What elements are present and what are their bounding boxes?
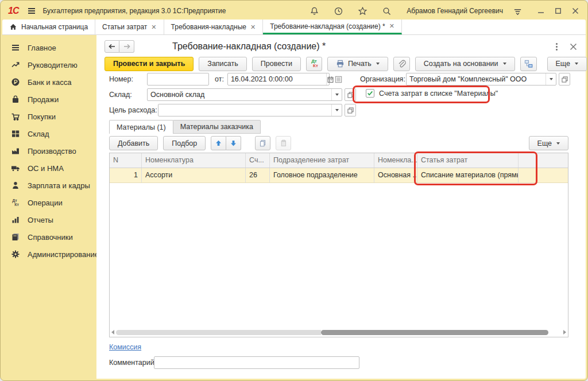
sidebar-item-administration[interactable]: Администрирование	[2, 246, 96, 263]
purpose-input[interactable]	[158, 104, 331, 116]
col-account: Сч...	[246, 153, 270, 168]
search-icon[interactable]	[381, 6, 392, 16]
print-button[interactable]: Печать	[327, 57, 388, 71]
post-and-close-button[interactable]: Провести и закрыть	[105, 57, 194, 71]
sidebar-item-bank-cash[interactable]: Банк и касса	[2, 73, 96, 91]
document-structure-icon	[524, 60, 533, 68]
tab-requisition-new[interactable]: Требование-накладная (создание) * ✕	[263, 20, 402, 34]
close-window-button[interactable]	[571, 6, 580, 15]
chevron-down-icon[interactable]	[331, 89, 342, 100]
book-icon	[10, 232, 21, 242]
favorites-star-icon[interactable]	[357, 6, 368, 16]
sidebar-item-sales[interactable]: Продажи	[2, 91, 96, 108]
menu-lines-icon	[10, 42, 21, 53]
scroll-right-icon[interactable]	[563, 330, 566, 335]
tab-requisitions-list[interactable]: Требования-накладные ✕	[164, 20, 264, 34]
sidebar-item-manager[interactable]: Руководителю	[2, 56, 96, 73]
tab-cost-items[interactable]: Статьи затрат ✕	[95, 20, 164, 34]
sidebar-item-salary-hr[interactable]: Зарплата и кадры	[2, 177, 96, 194]
forward-button[interactable]	[119, 40, 134, 53]
horizontal-scrollbar[interactable]	[111, 329, 566, 336]
document-numbering-icon[interactable]	[334, 75, 343, 84]
open-warehouse-icon[interactable]	[345, 88, 356, 101]
number-label: Номер:	[109, 75, 147, 83]
cell-nomen-group[interactable]: Основная ...	[374, 168, 417, 182]
open-purpose-icon[interactable]	[345, 104, 356, 116]
service-settings-icon[interactable]	[512, 6, 523, 16]
cell-n[interactable]: 1	[110, 168, 142, 182]
number-input[interactable]	[147, 73, 209, 85]
open-organization-icon[interactable]	[559, 73, 570, 85]
cell-cost-item[interactable]: Списание материалов (прямые в НУ)	[417, 168, 519, 182]
post-button[interactable]: Провести	[252, 57, 301, 71]
cell-account[interactable]: 26	[246, 168, 270, 182]
comment-label: Комментарий:	[109, 359, 154, 367]
add-row-button[interactable]: Добавить	[109, 136, 158, 150]
commission-link[interactable]: Комиссия	[109, 343, 141, 351]
comment-input[interactable]	[154, 356, 359, 369]
factory-icon	[10, 146, 21, 156]
table-more-button[interactable]: Еще	[529, 136, 568, 150]
cell-nomenclature[interactable]: Ассорти	[142, 168, 246, 182]
pick-button[interactable]: Подбор	[163, 136, 206, 150]
close-form-icon[interactable]	[570, 44, 577, 50]
sidebar-item-purchases[interactable]: Покупки	[2, 108, 96, 125]
cell-department[interactable]: Головное подразделение	[270, 168, 374, 182]
tab-close-icon[interactable]: ✕	[250, 24, 256, 30]
minimize-button[interactable]	[536, 6, 546, 15]
notifications-bell-icon[interactable]	[309, 6, 319, 16]
dtkt-postings-button[interactable]: ДтКт	[306, 57, 322, 71]
trend-icon	[10, 60, 21, 70]
date-input[interactable]	[228, 73, 326, 85]
table-row[interactable]: 1 Ассорти 26 Головное подразделение Осно…	[110, 168, 568, 183]
tab-label: Начальная страница	[21, 23, 88, 31]
cost-accounts-checkbox[interactable]: Счета затрат в списке "Материалы"	[366, 89, 498, 98]
ruble-circle-icon	[10, 77, 21, 87]
warehouse-input[interactable]	[148, 89, 331, 100]
scrollbar-thumb[interactable]	[321, 330, 548, 335]
create-based-on-button[interactable]: Создать на основании	[415, 57, 515, 71]
sidebar-item-production[interactable]: Производство	[2, 142, 96, 160]
save-button[interactable]: Записать	[199, 57, 246, 71]
tab-label: Требования-накладные	[171, 23, 246, 31]
sidebar-item-warehouse[interactable]: Склад	[2, 125, 96, 142]
warehouse-icon	[10, 129, 21, 139]
title-bar: 1С Бухгалтерия предприятия, редакция 3.0…	[2, 2, 586, 20]
tab-customer-materials[interactable]: Материалы заказчика	[173, 120, 261, 134]
tab-home[interactable]: Начальная страница	[2, 20, 95, 34]
sidebar-item-fixed-assets[interactable]: ОС и НМА	[2, 160, 96, 177]
sidebar-item-reports[interactable]: Отчеты	[2, 211, 96, 228]
main-menu-icon[interactable]	[26, 6, 37, 16]
cost-accounts-checkbox-label[interactable]: Счета затрат в списке "Материалы"	[379, 90, 498, 98]
purpose-label: Цель расхода:	[109, 106, 158, 114]
move-row-down-button[interactable]	[226, 136, 241, 150]
sidebar-item-directories[interactable]: Справочники	[2, 228, 96, 246]
more-menu-dots-icon[interactable]	[556, 43, 558, 50]
scroll-left-icon[interactable]	[111, 330, 114, 335]
grid-header: N Номенклатура Сч... Подразделение затра…	[110, 153, 568, 168]
sidebar-item-operations[interactable]: ДтКт Операции	[2, 194, 96, 211]
history-icon[interactable]	[333, 6, 343, 16]
truck-icon	[10, 163, 21, 173]
maximize-button[interactable]	[554, 6, 563, 15]
tab-close-icon[interactable]: ✕	[151, 24, 156, 30]
related-documents-button[interactable]	[520, 57, 537, 71]
bag-icon	[10, 94, 21, 104]
paperclip-icon	[397, 60, 406, 68]
chevron-down-icon[interactable]	[546, 73, 556, 85]
paste-rows-button[interactable]	[276, 136, 291, 150]
attachments-button[interactable]	[393, 57, 410, 71]
move-row-up-button[interactable]	[211, 136, 226, 150]
tab-close-icon[interactable]: ✕	[389, 23, 394, 29]
sidebar-item-main[interactable]: Главное	[2, 39, 96, 56]
chevron-down-icon[interactable]	[331, 104, 342, 116]
copy-rows-button[interactable]	[255, 136, 270, 150]
tab-materials[interactable]: Материалы (1)	[109, 120, 173, 134]
back-button[interactable]	[105, 40, 119, 53]
more-button[interactable]: Еще	[547, 57, 587, 71]
bar-chart-icon	[10, 215, 21, 225]
chevron-down-icon	[556, 142, 560, 145]
organization-input[interactable]	[407, 73, 546, 85]
calendar-icon[interactable]	[326, 73, 334, 85]
chevron-down-icon	[503, 63, 506, 65]
